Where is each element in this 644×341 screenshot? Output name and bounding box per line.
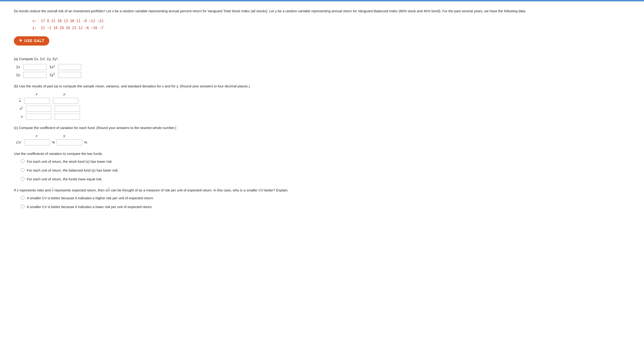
compare-option3: For each unit of return, the funds have … xyxy=(21,176,630,182)
compare-option2-text: For each unit of return, the balanced fu… xyxy=(27,168,119,173)
x-data-row: x: 17 0 21 38 13 30 11 −9 −12 −22 xyxy=(32,18,630,24)
y-values: 21 −1 18 28 26 23 12 −6 −10 −7 xyxy=(41,26,104,30)
explain-option2-text: A smaller CV is better because it indica… xyxy=(27,204,153,210)
sigma-y-input[interactable] xyxy=(23,72,46,78)
cv-col-header-x: x xyxy=(23,133,50,138)
col-header-x: x xyxy=(23,91,50,97)
cv-y-input[interactable] xyxy=(57,139,82,145)
sigma-x-input[interactable] xyxy=(23,64,46,70)
cv-y-percent: % xyxy=(84,140,87,145)
sigma-x2-input[interactable] xyxy=(58,64,81,70)
s-row: s xyxy=(16,113,630,119)
xbar-y-input[interactable] xyxy=(53,98,78,104)
col-header-y: y xyxy=(50,91,78,97)
compare-radio3[interactable] xyxy=(21,177,24,181)
compare-option1: For each unit of return, the stock fund … xyxy=(21,159,630,164)
explain-option2: A smaller CV is better because it indica… xyxy=(21,204,630,210)
compare-option2: For each unit of return, the balanced fu… xyxy=(21,168,630,173)
cv-x-input[interactable] xyxy=(24,139,50,145)
intro-text: Do bonds reduce the overall risk of an i… xyxy=(14,8,630,14)
y-label: y: xyxy=(32,26,36,30)
explain-radio-group: A smaller CV is better because it indica… xyxy=(21,195,630,210)
s2-x-input[interactable] xyxy=(26,106,51,112)
x-values: 17 0 21 38 13 30 11 −9 −12 −22 xyxy=(41,19,104,23)
part-b-label: (b) Use the results of part (a) to compu… xyxy=(14,83,630,89)
cv-col-header-y: y xyxy=(50,133,78,138)
xbar-row: x xyxy=(16,98,630,104)
salt-button-label: USE SALT xyxy=(24,39,44,43)
sigma-x-label: Σx xyxy=(16,64,20,70)
xbar-label: x xyxy=(16,98,21,104)
y-data-row: y: 21 −1 18 28 26 23 12 −6 −10 −7 xyxy=(32,25,630,31)
sigma-x-row: Σx Σx2 xyxy=(16,64,630,70)
cv-x-percent: % xyxy=(52,140,55,145)
explain-option1-text: A smaller CV is better because it indica… xyxy=(27,195,154,201)
explain-radio2[interactable] xyxy=(21,205,24,208)
s-x-input[interactable] xyxy=(26,113,51,119)
s-y-input[interactable] xyxy=(54,113,80,119)
compare-radio1[interactable] xyxy=(21,159,24,163)
sigma-x2-label: Σx2 xyxy=(50,64,55,70)
x-label: x: xyxy=(32,19,36,23)
sigma-y-row: Σy Σy2 xyxy=(16,72,630,78)
xbar-x-input[interactable] xyxy=(24,98,50,104)
s-label: s xyxy=(16,114,23,119)
sigma-y-label: Σy xyxy=(16,72,20,78)
cv-input-row: CV % % xyxy=(16,139,630,145)
compare-option3-text: For each unit of return, the funds have … xyxy=(27,176,102,182)
sigma-y2-input[interactable] xyxy=(58,72,81,78)
explain-option1: A smaller CV is better because it indica… xyxy=(21,195,630,201)
s2-label: s2 xyxy=(16,106,23,111)
compare-option1-text: For each unit of return, the stock fund … xyxy=(27,159,113,164)
compare-radio-group: For each unit of return, the stock fund … xyxy=(21,159,630,182)
s2-y-input[interactable] xyxy=(54,106,80,112)
explain-radio1[interactable] xyxy=(21,196,24,200)
explain-label: If s represents risks and x represents e… xyxy=(14,188,630,193)
compare-radio2[interactable] xyxy=(21,168,24,172)
cv-label: CV xyxy=(16,140,23,145)
use-salt-button[interactable]: ⚑ USE SALT xyxy=(14,36,49,45)
compare-label: Use the coefficients of variation to com… xyxy=(14,151,630,157)
part-a-label: (a) Compute Σx, Σx², Σy, Σy². xyxy=(14,56,630,62)
salt-icon: ⚑ xyxy=(19,39,22,43)
part-c-label: (c) Compute the coefficient of variation… xyxy=(14,125,630,131)
s2-row: s2 xyxy=(16,106,630,112)
sigma-y2-label: Σy2 xyxy=(50,72,55,78)
